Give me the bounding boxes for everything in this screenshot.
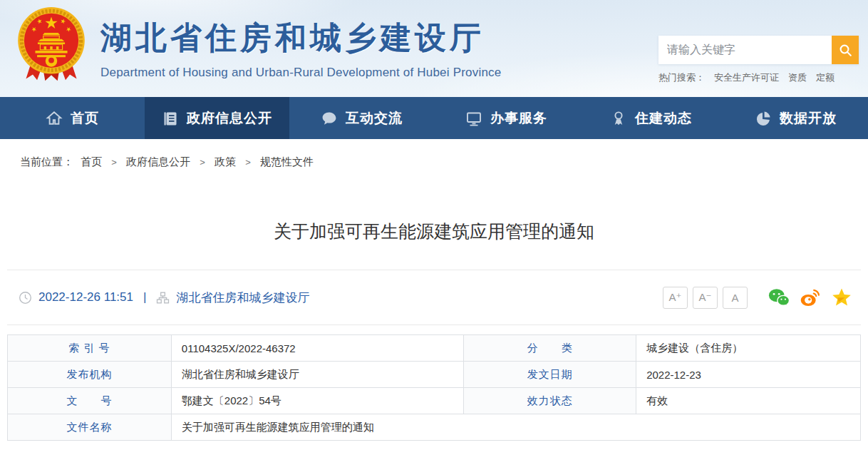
issue-date-label: 发文日期 <box>464 362 636 388</box>
qzone-share-icon[interactable] <box>831 287 852 307</box>
index-number-label: 索 引 号 <box>8 335 172 362</box>
search-icon <box>838 43 853 58</box>
article-meta-row: 2022-12-26 11:51 | 湖北省住房和城乡建设厅 A⁺ A⁻ A <box>0 270 868 324</box>
main-content: 当前位置： 首页 > 政府信息公开 > 政策 > 规范性文件 关于加强可再生能源… <box>0 139 868 441</box>
nav-item-label: 数据开放 <box>780 109 837 128</box>
wechat-share-icon[interactable] <box>768 287 790 307</box>
meta-separator: | <box>143 290 146 305</box>
breadcrumb-item-home[interactable]: 首页 <box>81 155 102 168</box>
font-size-reset-button[interactable]: A <box>723 287 748 309</box>
breadcrumb-separator: > <box>245 157 251 168</box>
issue-date-value: 2022-12-23 <box>636 362 861 388</box>
nav-item-label: 办事服务 <box>490 109 547 128</box>
table-row: 文件名称 关于加强可再生能源建筑应用管理的通知 <box>8 414 861 441</box>
table-row: 发布机构 湖北省住房和城乡建设厅 发文日期 2022-12-23 <box>8 362 861 388</box>
nav-item-home[interactable]: 首页 <box>0 97 145 139</box>
divider <box>7 324 861 325</box>
nav-item-label: 住建动态 <box>635 109 692 128</box>
index-number-value: 01104325X/2022-46372 <box>171 335 464 362</box>
publish-time: 2022-12-26 11:51 <box>38 290 133 305</box>
breadcrumb-item-gov-info[interactable]: 政府信息公开 <box>126 155 190 168</box>
weibo-share-icon[interactable] <box>800 287 821 307</box>
site-header: 湖北省住房和城乡建设厅 Department of Housing and Ur… <box>0 0 868 97</box>
site-subtitle: Department of Housing and Urban-Rural De… <box>100 66 501 80</box>
breadcrumb-separator: > <box>200 157 205 168</box>
hot-search-term[interactable]: 安全生产许可证 <box>714 71 779 84</box>
national-emblem-logo <box>14 5 88 83</box>
nav-item-gov-info[interactable]: 政府信息公开 <box>145 97 289 139</box>
font-size-decrease-button[interactable]: A⁻ <box>693 287 718 309</box>
nav-item-label: 互动交流 <box>346 109 403 128</box>
national-emblem-icon <box>14 5 88 83</box>
main-nav: 首页 政府信息公开 互动交流 办事服务 住建动态 <box>0 97 868 139</box>
doc-number-value: 鄂建文〔2022〕54号 <box>171 388 464 414</box>
nav-item-label: 政府信息公开 <box>187 109 272 128</box>
nav-item-label: 首页 <box>71 109 99 128</box>
nav-item-services[interactable]: 办事服务 <box>434 97 579 139</box>
hot-search-label: 热门搜索： <box>658 71 705 84</box>
person-badge-icon <box>610 110 627 127</box>
issuing-agency-label: 发布机构 <box>8 362 172 388</box>
doc-number-label: 文 号 <box>8 388 172 414</box>
breadcrumb-label: 当前位置： <box>20 155 73 168</box>
search-input[interactable] <box>658 36 832 64</box>
pie-chart-icon <box>755 110 772 127</box>
table-row: 索 引 号 01104325X/2022-46372 分 类 城乡建设（含住房） <box>8 335 861 362</box>
breadcrumb-separator: > <box>111 157 117 168</box>
breadcrumb-item-policy[interactable]: 政策 <box>215 155 236 168</box>
clock-icon <box>19 291 32 305</box>
doc-info-table: 索 引 号 01104325X/2022-46372 分 类 城乡建设（含住房）… <box>7 334 861 441</box>
nav-item-open-data[interactable]: 数据开放 <box>723 97 868 139</box>
hot-search-term[interactable]: 定额 <box>816 71 835 84</box>
validity-status-value: 有效 <box>636 388 861 414</box>
nav-item-interaction[interactable]: 互动交流 <box>289 97 434 139</box>
page: 湖北省住房和城乡建设厅 Department of Housing and Ur… <box>0 0 868 441</box>
breadcrumb: 当前位置： 首页 > 政府信息公开 > 政策 > 规范性文件 <box>0 139 868 169</box>
home-icon <box>46 110 63 127</box>
nav-item-housing-news[interactable]: 住建动态 <box>579 97 723 139</box>
monitor-icon <box>465 110 482 127</box>
hot-search-term[interactable]: 资质 <box>788 71 807 84</box>
chat-icon <box>321 110 338 127</box>
doc-name-label: 文件名称 <box>8 414 172 441</box>
page-title: 关于加强可再生能源建筑应用管理的通知 <box>0 220 868 243</box>
document-icon <box>162 110 179 127</box>
breadcrumb-item-normative-docs[interactable]: 规范性文件 <box>260 155 314 168</box>
article-source: 湖北省住房和城乡建设厅 <box>176 290 309 306</box>
search-area: 热门搜索： 安全生产许可证 资质 定额 <box>658 36 859 84</box>
category-value: 城乡建设（含住房） <box>636 335 861 362</box>
category-label: 分 类 <box>464 335 636 362</box>
table-row: 文 号 鄂建文〔2022〕54号 效力状态 有效 <box>8 388 861 414</box>
site-title-block: 湖北省住房和城乡建设厅 Department of Housing and Ur… <box>100 17 501 80</box>
hot-search: 热门搜索： 安全生产许可证 资质 定额 <box>658 71 859 84</box>
issuing-agency-value: 湖北省住房和城乡建设厅 <box>171 362 464 388</box>
doc-name-value: 关于加强可再生能源建筑应用管理的通知 <box>171 414 860 441</box>
validity-status-label: 效力状态 <box>464 388 636 414</box>
site-title: 湖北省住房和城乡建设厅 <box>100 17 501 59</box>
font-size-increase-button[interactable]: A⁺ <box>663 287 688 309</box>
organization-icon <box>156 291 170 305</box>
share-icons <box>768 287 852 307</box>
search-button[interactable] <box>832 36 859 64</box>
